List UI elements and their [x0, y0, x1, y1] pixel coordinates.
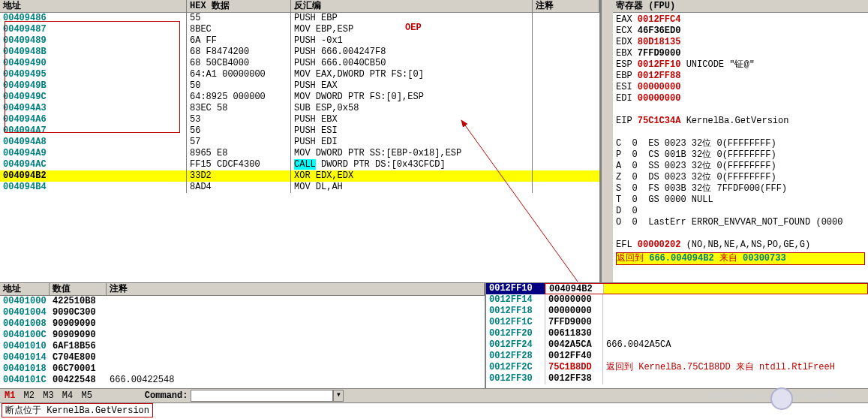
dump-row[interactable]: 00401000422510B8 — [0, 296, 485, 307]
disasm-row[interactable]: 0040949068 50CB4000PUSH 666.0040CB50 — [0, 58, 599, 69]
disasm-row[interactable]: 0040948B68 F8474200PUSH 666.004247F8 — [0, 47, 599, 58]
dump-panel[interactable]: 地址 数值 注释 00401000422510B8004010049090C30… — [0, 283, 486, 388]
tab-m2[interactable]: M2 — [24, 390, 35, 401]
oep-label: OEP — [405, 23, 422, 33]
stack-row[interactable]: 0012FF1400000000 — [486, 294, 868, 306]
col-disasm-header[interactable]: 反汇编 — [291, 0, 533, 12]
dump-row[interactable]: 004010106AF18B56 — [0, 341, 485, 352]
dump-header: 地址 数值 注释 — [0, 283, 485, 296]
registers-body[interactable]: EAX 0012FFC4ECX 46F36ED0EDX 80D18135EBX … — [613, 13, 868, 282]
disasm-row[interactable]: 004094ACFF15 CDCF4300CALL DWORD PTR DS:[… — [0, 159, 599, 170]
stack-row[interactable]: 0012FF240042A5CA666.0042A5CA — [486, 339, 868, 351]
dump-row[interactable]: 0040100C90909090 — [0, 330, 485, 341]
registers-header[interactable]: 寄存器 (FPU) — [613, 0, 868, 13]
disasm-row[interactable]: 004094A98965 E8MOV DWORD PTR SS:[EBP-0x1… — [0, 148, 599, 159]
disasm-row[interactable]: 004094878BECMOV EBP,ESP — [0, 24, 599, 35]
dump-row[interactable]: 004010049090C300 — [0, 307, 485, 318]
disasm-scrollbar[interactable] — [601, 0, 613, 282]
col-comment-header[interactable]: 注释 — [533, 0, 599, 12]
return-highlight[interactable]: 返回到 666.004094B2 来自 00300733 — [616, 252, 865, 265]
command-label: Command: — [145, 390, 188, 401]
stack-row[interactable]: 0012FF2C75C1B8DD返回到 KernelBa.75C1B8DD 来自… — [486, 362, 868, 373]
registers-panel[interactable]: 寄存器 (FPU) EAX 0012FFC4ECX 46F36ED0EDX 80… — [613, 0, 868, 282]
stack-row[interactable]: 0012FF10004094B2 — [486, 283, 868, 294]
status-text: 断点位于 KernelBa.GetVersion — [2, 403, 153, 417]
col-addr-header[interactable]: 地址 — [0, 0, 187, 12]
stack-row[interactable]: 0012FF1800000000 — [486, 306, 868, 317]
dump-val-header[interactable]: 数值 — [50, 283, 107, 295]
stack-row[interactable]: 0012FF300012FF38 — [486, 373, 868, 384]
stack-body[interactable]: 0012FF10004094B20012FF14000000000012FF18… — [486, 283, 868, 388]
disasm-row[interactable]: 004094A653PUSH EBX — [0, 114, 599, 125]
disasm-row[interactable]: 0040948655PUSH EBP — [0, 13, 599, 24]
tab-m1[interactable]: M1 — [5, 390, 15, 401]
dump-row[interactable]: 0040100890909090 — [0, 318, 485, 330]
tab-m5[interactable]: M5 — [81, 390, 92, 401]
chat-icon — [770, 387, 793, 410]
disassembly-panel[interactable]: 地址 HEX 数据 反汇编 注释 0040948655PUSH EBP00409… — [0, 0, 601, 282]
status-bar: 断点位于 KernelBa.GetVersion — [0, 403, 868, 417]
tab-m4[interactable]: M4 — [62, 390, 73, 401]
dump-addr-header[interactable]: 地址 — [0, 283, 50, 295]
dump-row[interactable]: 0040101806C70001 — [0, 363, 485, 375]
tab-m3[interactable]: M3 — [43, 390, 53, 401]
disasm-row[interactable]: 0040949B50PUSH EAX — [0, 80, 599, 92]
stack-panel[interactable]: 0012FF10004094B20012FF14000000000012FF18… — [486, 283, 868, 388]
disasm-row[interactable]: 004094896A FFPUSH -0x1 — [0, 35, 599, 47]
disasm-row[interactable]: 004094A756PUSH ESI — [0, 125, 599, 137]
disasm-header: 地址 HEX 数据 反汇编 注释 — [0, 0, 599, 13]
dump-row[interactable]: 0040101C00422548666.00422548 — [0, 375, 485, 386]
command-input[interactable] — [191, 390, 333, 402]
disasm-row[interactable]: 004094A857PUSH EDI — [0, 137, 599, 148]
dump-row[interactable]: 00401014C704E800 — [0, 352, 485, 363]
disasm-row[interactable]: 0040949564:A1 00000000MOV EAX,DWORD PTR … — [0, 69, 599, 80]
stack-row[interactable]: 0012FF1C7FFD9000 — [486, 317, 868, 328]
disasm-row[interactable]: 004094A383EC 58SUB ESP,0x58 — [0, 103, 599, 114]
memory-tabs: M1 M2 M3 M4 M5 — [0, 390, 100, 401]
dump-body[interactable]: 00401000422510B8004010049090C30000401008… — [0, 296, 485, 388]
stack-row[interactable]: 0012FF280012FF40 — [486, 351, 868, 362]
command-dropdown-icon[interactable]: ▾ — [333, 390, 344, 402]
disasm-row[interactable]: 004094B233D2XOR EDX,EDX — [0, 170, 599, 182]
dump-cmt-header[interactable]: 注释 — [107, 283, 485, 295]
disasm-row[interactable]: 004094B48AD4MOV DL,AH — [0, 182, 599, 193]
col-hex-header[interactable]: HEX 数据 — [187, 0, 291, 12]
disasm-body[interactable]: 0040948655PUSH EBP004094878BECMOV EBP,ES… — [0, 13, 599, 282]
stack-row[interactable]: 0012FF2000611830 — [486, 328, 868, 339]
disasm-row[interactable]: 0040949C64:8925 000000MOV DWORD PTR FS:[… — [0, 92, 599, 103]
